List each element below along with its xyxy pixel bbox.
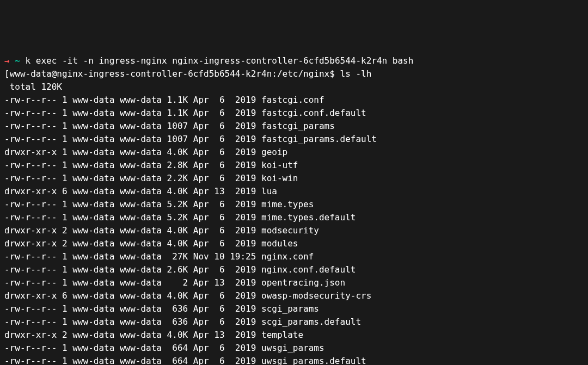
file-row: -rw-r--r-- 1 www-data www-data 1007 Apr …	[4, 120, 584, 133]
file-row: -rw-r--r-- 1 www-data www-data 2.2K Apr …	[4, 172, 584, 185]
terminal-output[interactable]: → ~ k exec -it -n ingress-nginx nginx-in…	[4, 54, 584, 365]
kubectl-exec-command: k exec -it -n ingress-nginx nginx-ingres…	[26, 55, 414, 66]
total-line: total 120K	[4, 81, 584, 94]
file-row: -rw-r--r-- 1 www-data www-data 636 Apr 6…	[4, 315, 584, 329]
file-row: drwxr-xr-x 6 www-data www-data 4.0K Apr …	[4, 289, 584, 302]
file-row: -rw-r--r-- 1 www-data www-data 1.1K Apr …	[4, 94, 584, 107]
file-row: -rw-r--r-- 1 www-data www-data 5.2K Apr …	[4, 211, 584, 224]
prompt-tilde: ~	[10, 55, 26, 66]
file-row: drwxr-xr-x 2 www-data www-data 4.0K Apr …	[4, 329, 584, 342]
command-line-2: [www-data@nginx-ingress-controller-6cfd5…	[4, 67, 584, 81]
file-row: -rw-r--r-- 1 www-data www-data 5.2K Apr …	[4, 198, 584, 211]
file-row: -rw-r--r-- 1 www-data www-data 664 Apr 6…	[4, 342, 584, 355]
command-line-1: → ~ k exec -it -n ingress-nginx nginx-in…	[4, 54, 584, 67]
file-row: -rw-r--r-- 1 www-data www-data 1.1K Apr …	[4, 107, 584, 120]
file-row: drwxr-xr-x 2 www-data www-data 4.0K Apr …	[4, 237, 584, 250]
ls-command: ls -lh	[340, 69, 372, 79]
file-row: -rw-r--r-- 1 www-data www-data 2 Apr 13 …	[4, 276, 584, 289]
file-row: -rw-r--r-- 1 www-data www-data 27K Nov 1…	[4, 250, 584, 263]
file-row: drwxr-xr-x 1 www-data www-data 4.0K Apr …	[4, 146, 584, 159]
file-row: -rw-r--r-- 1 www-data www-data 2.8K Apr …	[4, 159, 584, 172]
file-row: -rw-r--r-- 1 www-data www-data 1007 Apr …	[4, 133, 584, 146]
file-row: drwxr-xr-x 2 www-data www-data 4.0K Apr …	[4, 224, 584, 237]
file-row: drwxr-xr-x 6 www-data www-data 4.0K Apr …	[4, 185, 584, 198]
prompt-arrow-icon: →	[4, 55, 10, 66]
file-row: -rw-r--r-- 1 www-data www-data 2.6K Apr …	[4, 263, 584, 276]
file-row: -rw-r--r-- 1 www-data www-data 664 Apr 6…	[4, 355, 584, 365]
shell-prompt: [www-data@nginx-ingress-controller-6cfd5…	[4, 69, 340, 79]
file-row: -rw-r--r-- 1 www-data www-data 636 Apr 6…	[4, 302, 584, 315]
